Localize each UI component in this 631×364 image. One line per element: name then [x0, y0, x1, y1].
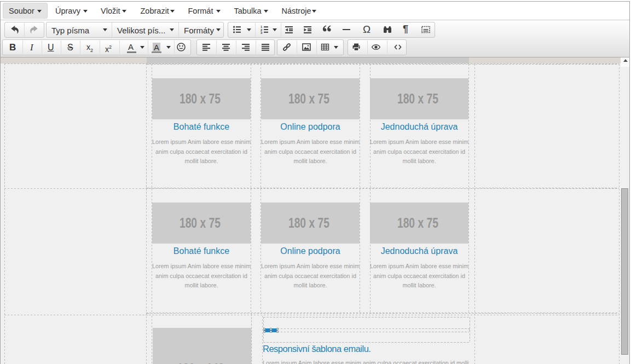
svg-text:3: 3: [260, 31, 263, 34]
